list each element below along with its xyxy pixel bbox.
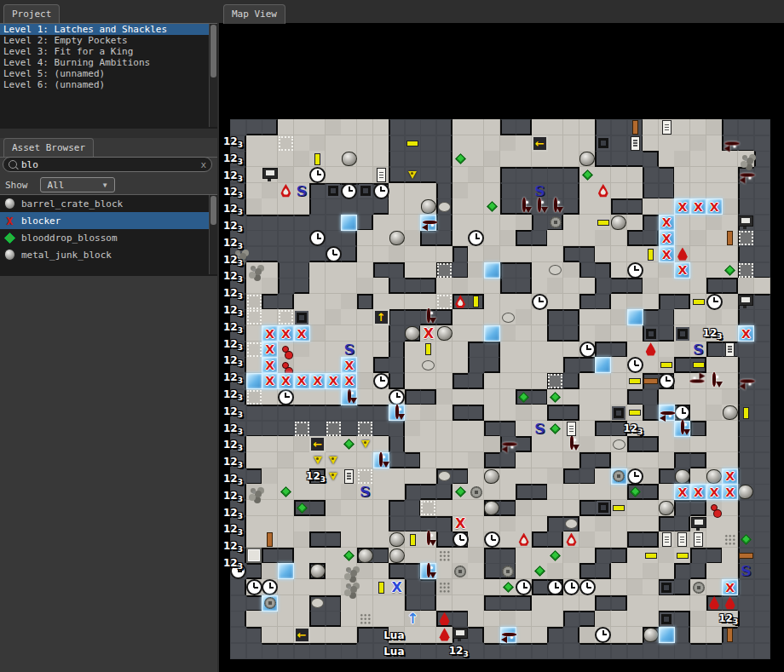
map-tile[interactable] [309, 198, 326, 215]
map-tile[interactable] [643, 405, 659, 421]
map-tile[interactable] [405, 373, 421, 389]
map-tile[interactable] [420, 246, 436, 262]
map-tile[interactable] [453, 595, 469, 612]
map-tile[interactable] [373, 563, 389, 579]
map-tile[interactable] [611, 373, 627, 389]
map-tile[interactable] [436, 595, 453, 612]
map-tile[interactable] [674, 643, 690, 659]
map-tile[interactable] [294, 516, 310, 532]
map-tile[interactable] [373, 262, 389, 279]
map-tile[interactable] [230, 611, 246, 627]
map-tile[interactable] [659, 595, 675, 612]
map-tile[interactable] [453, 373, 469, 389]
map-tile[interactable] [468, 563, 484, 579]
map-tile[interactable] [659, 309, 675, 325]
doorv-icon[interactable] [722, 627, 738, 643]
map-tile[interactable] [627, 500, 643, 516]
boulder-icon[interactable] [389, 548, 405, 564]
map-tile[interactable] [246, 183, 262, 199]
map-tile[interactable] [357, 357, 373, 373]
crate-icon[interactable] [246, 548, 262, 564]
map-tile[interactable] [547, 627, 563, 643]
map-tile[interactable] [309, 357, 326, 373]
pinsideL-icon[interactable] [500, 436, 516, 452]
map-tile[interactable] [516, 183, 532, 199]
map-tile[interactable] [563, 278, 579, 294]
map-tile[interactable] [484, 294, 500, 310]
map-tile[interactable] [389, 262, 405, 279]
s-icon[interactable]: S [341, 342, 357, 358]
map-tile[interactable] [532, 436, 548, 452]
map-tile[interactable] [405, 389, 421, 405]
map-tile[interactable] [246, 643, 262, 659]
map-tile[interactable] [341, 643, 357, 659]
map-tile[interactable] [547, 516, 563, 532]
map-tile[interactable] [389, 309, 405, 325]
map-tile[interactable] [326, 579, 342, 595]
map-tile[interactable] [294, 389, 310, 405]
map-tile[interactable] [547, 246, 563, 262]
map-tile[interactable] [484, 215, 500, 231]
map-tile[interactable] [405, 198, 421, 215]
map-tile[interactable] [595, 309, 611, 325]
map-tile[interactable] [722, 325, 738, 342]
map-tile[interactable] [484, 548, 500, 564]
map-tile[interactable] [738, 389, 754, 405]
map-tile[interactable] [627, 151, 643, 167]
map-tile[interactable] [579, 516, 596, 532]
map-tile[interactable] [532, 579, 548, 595]
map-tile[interactable] [563, 643, 579, 659]
gem-icon[interactable] [278, 484, 294, 500]
map-tile[interactable] [326, 389, 342, 405]
map-tile[interactable] [500, 421, 516, 437]
map-tile[interactable] [373, 119, 389, 135]
map-tile[interactable] [532, 548, 548, 564]
map-tile[interactable] [674, 595, 690, 612]
map-tile[interactable] [262, 230, 278, 246]
map-tile[interactable] [468, 151, 484, 167]
map-tile[interactable] [246, 627, 262, 643]
map-tile[interactable] [516, 309, 532, 325]
gem-icon[interactable] [516, 389, 532, 405]
map-tile[interactable] [262, 198, 278, 215]
map-tile[interactable] [595, 484, 611, 500]
ykey-icon[interactable] [357, 436, 373, 452]
map-tile[interactable] [405, 215, 421, 231]
map-tile[interactable] [690, 563, 706, 579]
boulder-icon[interactable] [484, 468, 500, 485]
map-tile[interactable] [563, 389, 579, 405]
term-icon[interactable] [341, 468, 357, 485]
map-tile[interactable] [516, 119, 532, 135]
map-tile[interactable] [357, 198, 373, 215]
map-tile[interactable] [326, 309, 342, 325]
map-tile[interactable] [627, 627, 643, 643]
map-tile[interactable] [484, 151, 500, 167]
boulder-icon[interactable] [643, 627, 659, 643]
map-tile[interactable] [500, 135, 516, 152]
map-tile[interactable] [516, 357, 532, 373]
ybarh-icon[interactable] [643, 548, 659, 564]
map-tile[interactable] [246, 278, 262, 294]
tab-project[interactable]: Project [3, 4, 60, 24]
map-tile[interactable] [659, 294, 675, 310]
map-tile[interactable] [643, 183, 659, 199]
map-tile[interactable] [278, 548, 294, 564]
gem-icon[interactable] [722, 262, 738, 279]
level-list-item[interactable]: Level 2: Empty Pockets [0, 35, 217, 46]
map-tile[interactable] [278, 595, 294, 612]
map-tile[interactable] [547, 643, 563, 659]
map-tile[interactable] [532, 611, 548, 627]
map-tile[interactable] [516, 215, 532, 231]
map-tile[interactable] [278, 405, 294, 421]
map-tile[interactable] [326, 151, 342, 167]
map-tile[interactable] [754, 183, 770, 199]
map-tile[interactable] [674, 167, 690, 183]
map-tile[interactable] [405, 579, 421, 595]
map-tile[interactable] [389, 325, 405, 342]
map-tile[interactable] [532, 119, 548, 135]
clock-icon[interactable] [341, 183, 357, 199]
map-tile[interactable] [309, 246, 326, 262]
map-tile[interactable] [357, 373, 373, 389]
map-tile[interactable] [659, 151, 675, 167]
map-tile[interactable] [341, 246, 357, 262]
